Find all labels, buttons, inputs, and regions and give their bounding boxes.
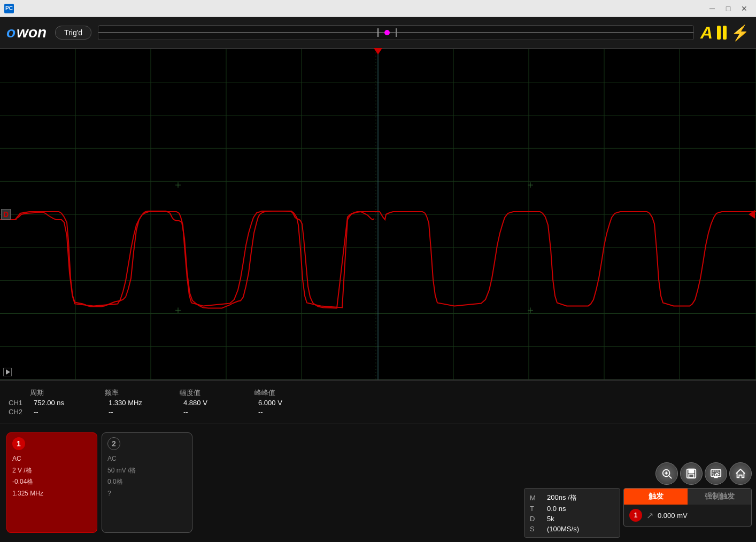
meas-header-freq: 频率: [105, 388, 148, 398]
svg-rect-36: [689, 469, 693, 473]
trigger-panel-body: 1 ↗ 0.000 mV: [624, 505, 751, 526]
ch2-offset: 0.0格: [107, 476, 187, 488]
meas-header-period: 周期: [30, 388, 73, 398]
play-triangle-icon: [6, 369, 10, 375]
logo-o: o: [6, 25, 16, 40]
param-t-value: 0.0 ns: [547, 505, 566, 513]
owon-logo: o won: [6, 25, 47, 40]
title-bar-left: PC: [4, 4, 17, 13]
ch1-coupling: AC: [12, 453, 91, 465]
ch1-measurements-row: CH1 752.00 ns 1.330 MHz 4.880 V 6.000 V: [9, 399, 301, 407]
param-d-value: 5k: [547, 515, 554, 523]
right-info-panel: M 200ns /格 T 0.0 ns D 5k S (100MS/s): [524, 462, 752, 538]
ch1-period-value: 752.00 ns: [34, 399, 76, 407]
trigger-panel: 触发 强制触发 1 ↗ 0.000 mV: [623, 488, 752, 526]
logo-won: won: [17, 25, 47, 40]
pause-bar-right: [723, 26, 727, 40]
ch1-values: 752.00 ns 1.330 MHz 4.880 V 6.000 V: [34, 399, 301, 407]
maximize-button[interactable]: □: [721, 3, 736, 14]
param-t-key: T: [530, 505, 541, 513]
measurements-content: 周期 频率 幅度值 峰峰值 CH1 752.00 ns 1.330 MHz 4.…: [9, 388, 301, 416]
bottom-section: 1 AC 2 V /格 -0.04格 1.325 MHz 2 AC 50 mV …: [0, 423, 756, 542]
trigger-cursor: [377, 28, 379, 37]
ch2-amp-value: --: [183, 408, 226, 416]
trigger-tab[interactable]: 触发: [624, 489, 688, 505]
measurements-headers: 周期 频率 幅度值 峰峰值: [30, 388, 301, 398]
trig-status-badge: Trig'd: [55, 26, 91, 40]
pause-icon[interactable]: [717, 26, 727, 40]
params-table: M 200ns /格 T 0.0 ns D 5k S (100MS/s): [524, 488, 620, 538]
ch2-scale: 50 mV /格: [107, 465, 187, 477]
minimize-button[interactable]: ─: [705, 3, 720, 14]
ch1-pkpk-value: 6.000 V: [258, 399, 301, 407]
svg-rect-37: [689, 474, 693, 477]
trigger-marker2: [396, 28, 397, 37]
param-m-key: M: [530, 494, 541, 502]
channel-a-icon[interactable]: A: [700, 23, 713, 43]
ch2-number: 2: [107, 437, 120, 450]
close-button[interactable]: ✕: [737, 3, 752, 14]
param-m-value: 200ns /格: [547, 493, 577, 502]
param-d-row: D 5k: [530, 514, 614, 524]
ch2-period-value: --: [34, 408, 76, 416]
ch2-status: ?: [107, 488, 187, 500]
ch2-info: AC 50 mV /格 0.0格 ?: [107, 453, 187, 499]
trigger-top-marker: [374, 48, 382, 55]
ch2-values: -- -- -- --: [34, 408, 301, 416]
pause-bar-left: [717, 26, 721, 40]
save-button[interactable]: [680, 462, 703, 485]
ch1-scale: 2 V /格: [12, 465, 91, 477]
ch2-coupling: AC: [107, 453, 187, 465]
svg-line-32: [669, 476, 672, 478]
zoom-button[interactable]: [655, 462, 678, 485]
play-button[interactable]: [3, 368, 12, 376]
ch2-pkpk-value: --: [258, 408, 301, 416]
oscilloscope-display[interactable]: D: [0, 49, 756, 381]
param-m-row: M 200ns /格: [530, 492, 614, 504]
ch1-info: AC 2 V /格 -0.04格 1.325 MHz: [12, 453, 91, 499]
screenshot-button[interactable]: [705, 462, 727, 485]
scope-canvas: [0, 49, 756, 380]
app-icon: PC: [4, 4, 14, 13]
ch2-card[interactable]: 2 AC 50 mV /格 0.0格 ?: [102, 432, 192, 533]
params-panel: M 200ns /格 T 0.0 ns D 5k S (100MS/s): [524, 488, 752, 538]
meas-header-pkpk: 峰峰值: [254, 388, 297, 398]
trigger-panel-header: 触发 强制触发: [624, 489, 751, 505]
ch1-freq: 1.325 MHz: [12, 488, 91, 500]
trigger-ch-indicator: 1: [629, 509, 642, 522]
header-icons: A ⚡: [700, 23, 750, 43]
ch2-freq-value: --: [109, 408, 151, 416]
bolt-icon[interactable]: ⚡: [731, 24, 750, 42]
ch1-ground-marker: D: [1, 209, 11, 220]
meas-header-amp: 幅度值: [180, 388, 222, 398]
param-t-row: T 0.0 ns: [530, 504, 614, 514]
param-s-key: S: [530, 525, 541, 533]
top-icons-row: [524, 462, 752, 485]
ch1-offset: -0.04格: [12, 476, 91, 488]
ch1-trigger-level-marker: [749, 210, 755, 219]
ch1-freq-value: 1.330 MHz: [109, 399, 151, 407]
ch1-amp-value: 4.880 V: [183, 399, 226, 407]
param-s-row: S (100MS/s): [530, 524, 614, 534]
window-controls: ─ □ ✕: [705, 3, 752, 14]
ch2-label: CH2: [9, 408, 27, 416]
trigger-level-value: 0.000 mV: [658, 512, 688, 520]
measurements-bar: 周期 频率 幅度值 峰峰值 CH1 752.00 ns 1.330 MHz 4.…: [0, 381, 756, 423]
trigger-position-bar[interactable]: [98, 25, 694, 40]
force-trigger-tab[interactable]: 强制触发: [688, 489, 751, 505]
ch1-card[interactable]: 1 AC 2 V /格 -0.04格 1.325 MHz: [6, 432, 97, 533]
home-button[interactable]: [729, 462, 752, 485]
trigger-position-marker: [384, 30, 390, 35]
header-bar: o won Trig'd A ⚡: [0, 17, 756, 49]
param-d-key: D: [530, 515, 541, 523]
ch1-label: CH1: [9, 399, 27, 407]
param-s-value: (100MS/s): [547, 525, 579, 533]
title-bar: PC ─ □ ✕: [0, 0, 756, 17]
ch1-number: 1: [12, 437, 25, 450]
trigger-edge-icon: ↗: [646, 510, 653, 521]
ch2-measurements-row: CH2 -- -- -- --: [9, 408, 301, 416]
